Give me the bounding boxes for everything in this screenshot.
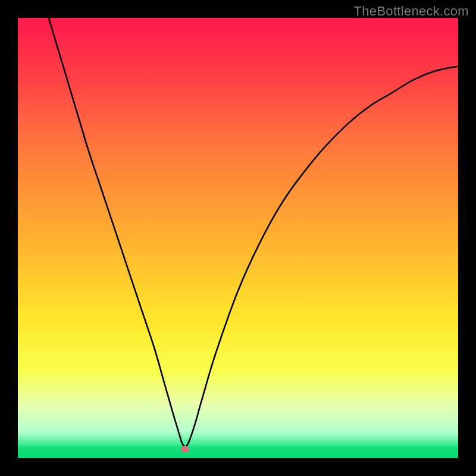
watermark-text: TheBottleneck.com <box>354 4 469 19</box>
chart-frame: TheBottleneck.com <box>0 0 476 476</box>
plot-svg <box>18 18 458 458</box>
gradient-background <box>18 18 458 458</box>
vertex-marker <box>181 446 189 452</box>
plot-area <box>18 18 458 458</box>
